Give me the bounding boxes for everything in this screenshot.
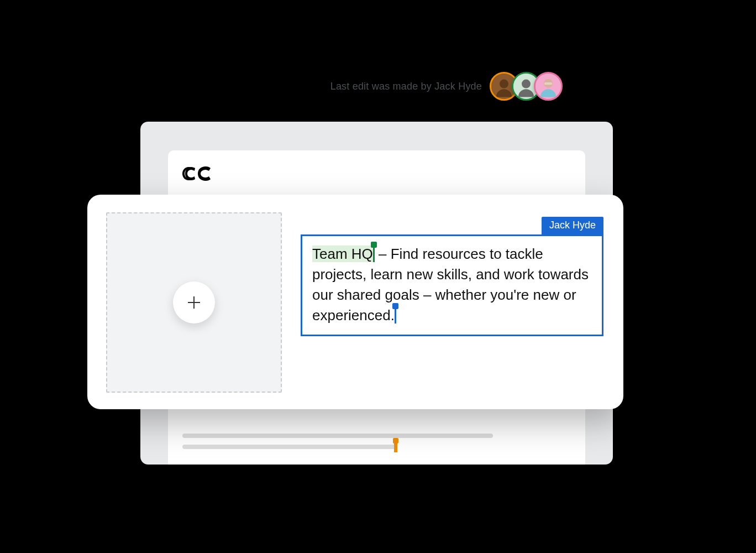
placeholder-line — [182, 445, 396, 449]
plus-icon — [186, 295, 202, 310]
svg-point-3 — [522, 80, 531, 88]
collaborator-avatars — [490, 72, 563, 101]
brand-logo-icon — [182, 165, 218, 182]
collaborator-caret-icon — [394, 441, 397, 452]
user-caret-icon — [395, 307, 396, 324]
svg-rect-6 — [544, 82, 552, 85]
text-block: Jack Hyde Team HQ – Find resources to ta… — [301, 234, 603, 336]
add-image-button[interactable] — [173, 281, 215, 324]
image-dropzone[interactable] — [106, 212, 282, 393]
collaborator-caret-icon — [373, 246, 375, 262]
text-editor[interactable]: Team HQ – Find resources to tackle proje… — [301, 234, 603, 336]
placeholder-lines — [182, 427, 571, 449]
last-edit-text: Last edit was made by Jack Hyde — [330, 81, 482, 92]
active-editor-label: Jack Hyde — [542, 217, 603, 234]
hero-card: Jack Hyde Team HQ – Find resources to ta… — [87, 195, 623, 409]
placeholder-line — [182, 434, 493, 438]
avatar[interactable] — [534, 72, 563, 101]
top-info-bar: Last edit was made by Jack Hyde — [0, 72, 756, 101]
highlighted-text: Team HQ — [312, 246, 373, 262]
svg-point-1 — [500, 80, 508, 88]
